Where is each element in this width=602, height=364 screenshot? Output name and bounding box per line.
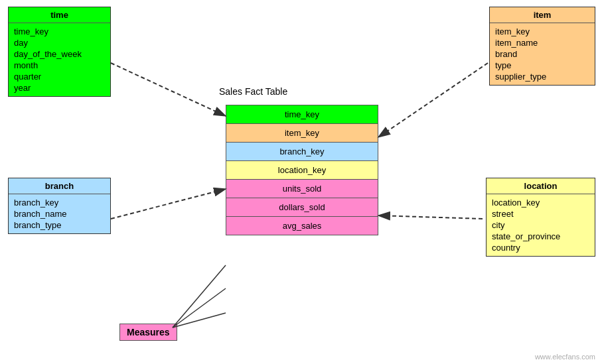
branch-table-body: branch_key branch_name branch_type [9, 194, 110, 233]
arrow-location-to-fact [378, 215, 483, 219]
fact-row-item-key: item_key [226, 124, 378, 143]
arrow-time-to-fact [111, 63, 226, 116]
fact-row-units-sold: units_sold [226, 180, 378, 198]
time-field-1: time_key [14, 26, 105, 37]
item-field-4: type [495, 60, 589, 71]
location-field-5: country [492, 242, 589, 253]
time-table: time time_key day day_of_the_week month … [8, 7, 111, 97]
time-table-header: time [9, 7, 110, 23]
fact-row-location-key: location_key [226, 161, 378, 180]
item-table-body: item_key item_name brand type supplier_t… [490, 23, 595, 85]
item-field-1: item_key [495, 26, 589, 37]
location-field-4: state_or_province [492, 231, 589, 242]
branch-field-3: branch_type [14, 219, 105, 231]
measures-label: Measures [119, 324, 177, 341]
location-table-header: location [487, 178, 595, 194]
branch-table-header: branch [9, 178, 110, 194]
item-table-header: item [490, 7, 595, 23]
fact-row-time-key: time_key [226, 105, 378, 124]
branch-table: branch branch_key branch_name branch_typ… [8, 178, 111, 234]
time-field-5: quarter [14, 71, 105, 82]
branch-field-2: branch_name [14, 208, 105, 219]
arrow-branch-to-fact [111, 189, 226, 219]
time-table-body: time_key day day_of_the_week month quart… [9, 23, 110, 96]
time-field-2: day [14, 37, 105, 48]
time-field-6: year [14, 82, 105, 93]
item-field-5: supplier_type [495, 71, 589, 82]
arrow-item-to-fact [378, 63, 488, 137]
time-field-3: day_of_the_week [14, 48, 105, 60]
fact-row-dollars-sold: dollars_sold [226, 198, 378, 217]
fact-row-avg-sales: avg_sales [226, 217, 378, 235]
arrow-measures-to-units [173, 265, 226, 328]
item-field-3: brand [495, 48, 589, 60]
diagram-container: time time_key day day_of_the_week month … [0, 0, 602, 364]
branch-field-1: branch_key [14, 197, 105, 208]
location-field-3: city [492, 219, 589, 231]
item-table: item item_key item_name brand type suppl… [489, 7, 595, 86]
arrow-measures-to-dollars [173, 288, 226, 328]
item-field-2: item_name [495, 37, 589, 48]
location-field-2: street [492, 208, 589, 219]
time-field-4: month [14, 60, 105, 71]
location-table-body: location_key street city state_or_provin… [487, 194, 595, 256]
fact-row-branch-key: branch_key [226, 143, 378, 161]
location-table: location location_key street city state_… [486, 178, 595, 257]
watermark: www.elecfans.com [535, 353, 595, 361]
fact-table: time_key item_key branch_key location_ke… [226, 105, 378, 235]
location-field-1: location_key [492, 197, 589, 208]
arrow-measures-to-avg [173, 313, 226, 328]
fact-table-label: Sales Fact Table [219, 86, 287, 97]
